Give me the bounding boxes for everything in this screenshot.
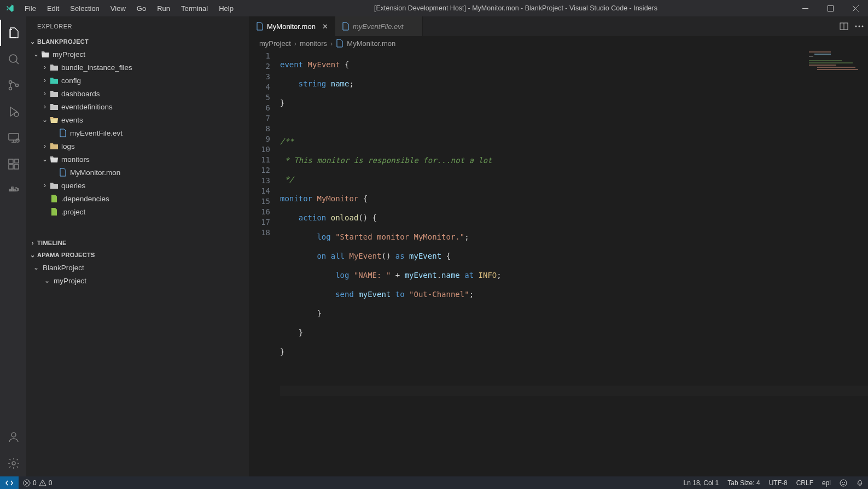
tab-mymonitor[interactable]: MyMonitor.mon ✕: [249, 16, 335, 36]
svg-point-25: [842, 482, 843, 482]
section-timeline[interactable]: › TIMELINE: [26, 237, 249, 249]
tree-file[interactable]: myEventFile.evt: [26, 126, 249, 139]
menu-go[interactable]: Go: [131, 2, 152, 15]
remote-window-icon[interactable]: [0, 476, 19, 489]
chevron-right-icon: ›: [40, 182, 49, 189]
status-line-col[interactable]: Ln 18, Col 1: [679, 479, 724, 487]
menu-file[interactable]: File: [19, 2, 42, 15]
folder-icon: [49, 182, 59, 189]
accounts-icon[interactable]: [0, 424, 26, 450]
status-tabsize[interactable]: Tab Size: 4: [723, 479, 764, 487]
svg-point-21: [859, 26, 860, 27]
code-editor[interactable]: 123456789101112131415161718 event MyEven…: [249, 50, 868, 476]
run-debug-icon[interactable]: [0, 98, 26, 125]
tree-file[interactable]: .dependencies: [26, 192, 249, 205]
svg-rect-16: [11, 187, 13, 189]
tree-folder[interactable]: › config: [26, 74, 249, 87]
section-blankproject[interactable]: ⌄ BLANKPROJECT: [26, 36, 249, 48]
split-editor-icon[interactable]: [840, 22, 848, 31]
chevron-right-icon: ›: [40, 77, 49, 84]
window-controls: [793, 0, 868, 16]
activity-bar: [0, 16, 26, 476]
minimap[interactable]: [809, 51, 864, 84]
tree-label: .dependencies: [61, 195, 109, 203]
file-icon: [49, 194, 59, 203]
status-eol[interactable]: CRLF: [792, 479, 818, 487]
file-icon: [256, 22, 264, 31]
chevron-right-icon: ›: [40, 90, 49, 97]
folder-config-icon: [49, 77, 59, 84]
close-button[interactable]: [843, 0, 868, 16]
folder-icon: [49, 142, 59, 150]
status-bell-icon[interactable]: [852, 479, 868, 487]
breadcrumb-item[interactable]: monitors: [300, 39, 327, 48]
menu-help[interactable]: Help: [213, 2, 239, 15]
menu-edit[interactable]: Edit: [42, 2, 65, 15]
tab-myeventfile[interactable]: myEventFile.evt ✕: [335, 16, 423, 36]
menu-terminal[interactable]: Terminal: [176, 2, 213, 15]
chevron-down-icon: ⌄: [40, 116, 49, 124]
menu-view[interactable]: View: [105, 2, 131, 15]
remote-explorer-icon[interactable]: [0, 125, 26, 151]
chevron-down-icon: ⌄: [28, 38, 37, 45]
tree-file[interactable]: .project: [26, 205, 249, 218]
tree-folder[interactable]: › queries: [26, 179, 249, 192]
close-icon[interactable]: ✕: [322, 22, 328, 31]
tree-folder-events[interactable]: ⌄ events: [26, 113, 249, 126]
tree-item[interactable]: ⌄ myProject: [26, 274, 249, 287]
more-icon[interactable]: [855, 25, 864, 27]
sidebar: EXPLORER ⌄ BLANKPROJECT ⌄ myProject › bu…: [26, 16, 249, 476]
svg-point-8: [16, 139, 19, 142]
tree-folder-monitors[interactable]: ⌄ monitors: [26, 153, 249, 166]
tree-folder[interactable]: › dashboards: [26, 87, 249, 100]
status-feedback-icon[interactable]: [835, 479, 852, 487]
source-control-icon[interactable]: [0, 72, 26, 98]
folder-icon: [49, 63, 59, 71]
svg-rect-12: [15, 159, 19, 163]
tree-label: MyMonitor.mon: [70, 168, 120, 177]
code-content[interactable]: event MyEvent { string name; } /** * Thi…: [280, 50, 868, 476]
status-language[interactable]: epl: [818, 479, 835, 487]
tree-file-mymonitor[interactable]: MyMonitor.mon: [26, 166, 249, 179]
section-label: APAMA PROJECTS: [37, 252, 95, 258]
menu-run[interactable]: Run: [152, 2, 176, 15]
docker-icon[interactable]: [0, 177, 26, 203]
tab-label: MyMonitor.mon: [267, 22, 316, 31]
tree-label: monitors: [61, 155, 90, 164]
tree-label: eventdefinitions: [61, 103, 113, 111]
menu-selection[interactable]: Selection: [65, 2, 104, 15]
breadcrumb[interactable]: myProject › monitors › MyMonitor.mon: [249, 36, 868, 50]
tree-folder[interactable]: › bundle_instance_files: [26, 61, 249, 74]
status-encoding[interactable]: UTF-8: [765, 479, 792, 487]
tree-label: BlankProject: [43, 264, 84, 272]
tree-label: .project: [61, 208, 85, 216]
chevron-down-icon: ⌄: [40, 155, 49, 163]
tree-label: myProject: [54, 277, 86, 285]
status-errors[interactable]: 0 0: [19, 479, 56, 487]
folder-icon: [49, 103, 59, 110]
section-apama[interactable]: ⌄ APAMA PROJECTS: [26, 249, 249, 261]
extensions-icon[interactable]: [0, 151, 26, 177]
chevron-right-icon: ›: [294, 39, 296, 48]
tree-label: bundle_instance_files: [61, 63, 132, 72]
breadcrumb-item[interactable]: myProject: [259, 39, 291, 48]
tree-label: dashboards: [61, 90, 100, 98]
svg-point-3: [9, 81, 12, 84]
svg-point-17: [11, 433, 16, 437]
maximize-button[interactable]: [818, 0, 843, 16]
tree-folder[interactable]: › eventdefinitions: [26, 100, 249, 113]
search-icon[interactable]: [0, 46, 26, 72]
tree-folder-myproject[interactable]: ⌄ myProject: [26, 48, 249, 61]
window-title: [Extension Development Host] - MyMonitor…: [239, 4, 793, 12]
settings-gear-icon[interactable]: [0, 450, 26, 476]
explorer-icon[interactable]: [0, 20, 26, 46]
minimize-button[interactable]: [793, 0, 818, 16]
section-label: BLANKPROJECT: [37, 38, 89, 45]
tree-item[interactable]: ⌄ BlankProject: [26, 261, 249, 274]
apama-tree: ⌄ BlankProject ⌄ myProject: [26, 261, 249, 287]
breadcrumb-item[interactable]: MyMonitor.mon: [347, 39, 395, 48]
tree-folder[interactable]: › logs: [26, 139, 249, 153]
sidebar-title: EXPLORER: [26, 16, 249, 36]
tree-label: myEventFile.evt: [70, 129, 123, 137]
tree-label: myProject: [53, 50, 85, 59]
